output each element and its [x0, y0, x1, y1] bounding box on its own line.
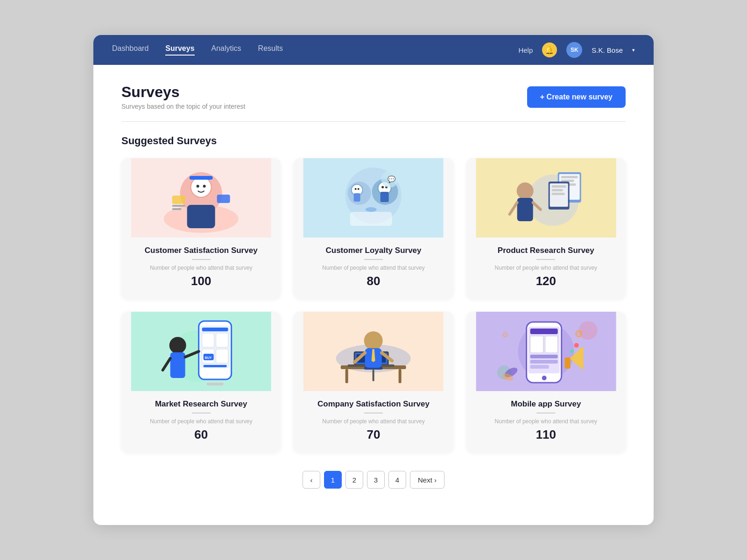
svg-point-24	[366, 207, 377, 212]
card-name-1: Customer Loyalty Survey	[303, 246, 444, 255]
svg-rect-92	[530, 365, 549, 369]
svg-point-6	[203, 185, 206, 188]
card-image-0	[121, 158, 281, 238]
survey-card-0[interactable]: Customer Satisfaction Survey Number of p…	[121, 158, 281, 299]
svg-rect-18	[354, 193, 360, 202]
card-name-5: Mobile app Survey	[476, 399, 616, 409]
card-divider-2	[536, 259, 555, 260]
card-body-4: Company Satisfaction Survey Number of pe…	[294, 391, 453, 452]
svg-rect-91	[530, 360, 557, 364]
help-link[interactable]: Help	[518, 46, 533, 54]
card-label-2: Number of people who attend that survey	[476, 265, 616, 271]
svg-text:BUY: BUY	[205, 356, 212, 359]
card-image-1: 💬	[294, 158, 453, 238]
card-label-1: Number of people who attend that survey	[303, 265, 444, 271]
svg-point-97	[579, 348, 583, 352]
page-1-button[interactable]: 1	[324, 471, 342, 489]
nav-links: Dashboard Surveys Analytics Results	[112, 44, 518, 56]
svg-rect-37	[551, 185, 566, 188]
card-label-3: Number of people who attend that survey	[131, 418, 271, 425]
svg-text:⚙: ⚙	[501, 331, 508, 339]
card-image-2	[466, 158, 626, 238]
survey-card-1[interactable]: 💬 Customer Loyalty Survey Number of peop…	[294, 158, 453, 299]
svg-point-5	[197, 185, 199, 188]
nav-analytics[interactable]: Analytics	[211, 44, 241, 56]
svg-rect-52	[216, 349, 228, 363]
survey-card-4[interactable]: Company Satisfaction Survey Number of pe…	[294, 312, 453, 452]
page-title: Surveys	[121, 84, 245, 101]
card-divider-0	[192, 259, 211, 260]
svg-point-17	[358, 188, 359, 190]
svg-rect-10	[172, 208, 182, 210]
svg-rect-7	[190, 176, 213, 180]
chevron-down-icon: ▾	[632, 47, 635, 53]
prev-page-button[interactable]: ‹	[303, 471, 320, 489]
create-survey-button[interactable]: + Create new survey	[527, 86, 626, 108]
card-image-3: BUY	[121, 312, 281, 391]
card-name-2: Product Research Survey	[476, 246, 616, 255]
svg-point-72	[364, 331, 383, 350]
svg-rect-90	[530, 355, 557, 358]
card-divider-5	[536, 413, 555, 413]
svg-rect-38	[551, 189, 563, 191]
svg-rect-27	[350, 212, 392, 226]
card-body-1: Customer Loyalty Survey Number of people…	[294, 238, 453, 299]
svg-point-93	[542, 376, 546, 380]
svg-rect-67	[373, 370, 374, 381]
svg-rect-87	[530, 329, 557, 334]
section-title: Suggested Surveys	[121, 135, 626, 147]
svg-rect-88	[530, 336, 543, 353]
username[interactable]: S.K. Bose	[592, 46, 623, 54]
card-divider-3	[192, 413, 211, 413]
card-divider-1	[364, 259, 383, 260]
svg-point-57	[169, 337, 186, 354]
svg-point-40	[516, 182, 533, 199]
survey-card-5[interactable]: ⚙ ⚙ Mobile app Survey	[466, 312, 626, 452]
card-count-4: 70	[303, 427, 444, 442]
svg-text:💬: 💬	[388, 175, 396, 183]
svg-rect-65	[399, 369, 402, 383]
svg-rect-54	[207, 383, 224, 385]
svg-rect-32	[561, 176, 578, 178]
nav-surveys[interactable]: Surveys	[165, 44, 194, 56]
pagination: ‹ 1 2 3 4 Next ›	[121, 471, 626, 503]
svg-rect-3	[187, 205, 215, 228]
bell-icon[interactable]: 🔔	[542, 42, 557, 57]
content-area: Surveys Surveys based on the topic of yo…	[93, 65, 654, 517]
svg-rect-41	[517, 198, 533, 221]
svg-point-96	[574, 343, 578, 348]
svg-point-16	[355, 188, 357, 190]
svg-rect-49	[202, 333, 214, 347]
card-name-3: Market Research Survey	[131, 399, 271, 409]
card-body-5: Mobile app Survey Number of people who a…	[466, 391, 626, 452]
card-count-5: 110	[476, 427, 616, 442]
svg-rect-50	[216, 333, 228, 347]
nav-right: Help 🔔 SK S.K. Bose ▾	[518, 42, 635, 58]
svg-rect-53	[204, 365, 227, 367]
page-title-block: Surveys Surveys based on the topic of yo…	[121, 84, 245, 110]
page-2-button[interactable]: 2	[345, 471, 363, 489]
card-name-4: Company Satisfaction Survey	[303, 399, 444, 409]
page-header: Surveys Surveys based on the topic of yo…	[121, 84, 626, 110]
svg-rect-39	[551, 193, 564, 195]
survey-card-2[interactable]: Product Research Survey Number of people…	[466, 158, 626, 299]
svg-rect-64	[345, 369, 348, 383]
avatar: SK	[566, 42, 582, 58]
page-4-button[interactable]: 4	[388, 471, 406, 489]
next-page-button[interactable]: Next ›	[410, 471, 444, 489]
svg-point-4	[191, 177, 211, 197]
svg-rect-58	[170, 352, 185, 378]
svg-rect-8	[172, 196, 185, 204]
card-count-0: 100	[131, 274, 271, 288]
nav-dashboard[interactable]: Dashboard	[112, 44, 148, 56]
card-body-3: Market Research Survey Number of people …	[121, 391, 281, 452]
svg-rect-48	[202, 328, 228, 331]
card-label-5: Number of people who attend that survey	[476, 418, 616, 425]
card-body-2: Product Research Survey Number of people…	[466, 238, 626, 299]
card-label-0: Number of people who attend that survey	[131, 265, 271, 271]
nav-results[interactable]: Results	[258, 44, 283, 56]
svg-rect-89	[545, 336, 557, 353]
survey-card-3[interactable]: BUY Market Research Survey Number of peo…	[121, 312, 281, 452]
svg-rect-11	[217, 195, 230, 203]
page-3-button[interactable]: 3	[367, 471, 385, 489]
